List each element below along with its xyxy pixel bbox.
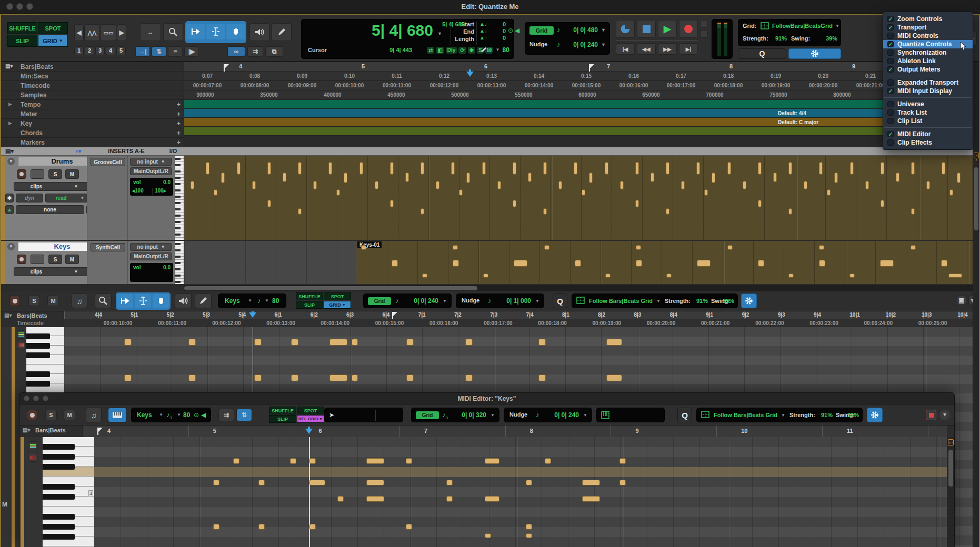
piano-black-key[interactable] — [43, 454, 75, 460]
be-target-button[interactable] — [926, 410, 936, 420]
zoom-out-horizontal-button[interactable]: ◀ — [74, 24, 84, 41]
be-grid-value[interactable]: 0| 0| 320 — [452, 411, 486, 419]
midi-note[interactable] — [543, 162, 547, 175]
markers-ruler[interactable] — [184, 136, 979, 147]
main-counter[interactable]: 5| 4| 680 — [312, 22, 433, 39]
midi-note[interactable] — [526, 524, 532, 530]
midi-note[interactable] — [213, 524, 219, 530]
track-list-icon[interactable]: ▤▾ — [5, 148, 14, 155]
menu-item-quantize-controls[interactable]: ✓Quantize Controls — [883, 40, 973, 48]
midi-zoom-button[interactable]: ▭▭ — [101, 24, 116, 41]
midi-note[interactable] — [881, 200, 884, 207]
midi-note[interactable] — [214, 189, 217, 196]
chevron-down-icon[interactable]: ▼ — [159, 412, 163, 417]
be-playhead-marker[interactable] — [305, 429, 313, 434]
drums-playlist[interactable] — [184, 156, 979, 240]
midi-note[interactable] — [406, 339, 414, 346]
midi-note[interactable] — [406, 524, 412, 530]
chevron-down-icon[interactable]: ▼ — [535, 299, 539, 303]
midi-note[interactable] — [697, 260, 711, 267]
be-note-grid[interactable] — [94, 437, 947, 547]
midi-note[interactable] — [773, 173, 777, 182]
main-v-scroll-thumb[interactable] — [974, 167, 978, 230]
keys-input-selector[interactable]: no input▼ — [130, 243, 172, 251]
midi-note[interactable] — [482, 162, 486, 175]
playhead-marker[interactable] — [466, 72, 474, 77]
midi-note[interactable] — [465, 339, 473, 346]
be-ruler-icon[interactable]: ▤▾ — [23, 427, 30, 433]
be-record-button[interactable] — [27, 410, 37, 420]
pencil-icon[interactable] — [481, 47, 487, 53]
midi-note[interactable] — [545, 458, 551, 464]
timeline-insertion-icon[interactable]: ⇄ — [427, 47, 434, 54]
link-timeline-edit-button[interactable]: ∞ — [227, 46, 245, 57]
midi-note[interactable] — [911, 162, 915, 175]
midi-note[interactable] — [834, 173, 838, 183]
layered-editing-button[interactable]: ⧉ — [265, 46, 283, 57]
be-mode-spot[interactable]: SPOT — [297, 407, 324, 414]
mid-track-selector[interactable]: Keys — [225, 297, 240, 305]
mid-trim-tool[interactable] — [117, 294, 133, 308]
mid-solo-button[interactable]: S — [28, 296, 40, 306]
midi-note[interactable] — [221, 173, 225, 183]
zoomer-tool-button[interactable] — [163, 23, 183, 41]
drums-timebase-icon[interactable]: ▲ — [5, 205, 14, 214]
grid-note-icon[interactable]: ♪3 — [442, 411, 448, 420]
midi-note[interactable] — [485, 533, 491, 538]
ruler-row-min-secs[interactable]: Min:Secs — [1, 72, 184, 81]
midi-note[interactable] — [513, 200, 516, 207]
quantize-settings-button[interactable] — [788, 48, 841, 59]
ruler-row-markers[interactable]: Markers+ — [1, 138, 184, 147]
midi-note[interactable] — [233, 458, 239, 464]
menu-item-universe[interactable]: Universe — [883, 100, 973, 108]
zoom-toggle-button[interactable]: ↔ — [140, 23, 161, 41]
midi-note[interactable] — [390, 200, 394, 207]
midi-note[interactable] — [422, 274, 427, 278]
link-track-edit-button[interactable]: ⇉ — [247, 46, 263, 57]
midi-note[interactable] — [313, 181, 317, 189]
pencil-tool-button[interactable] — [272, 23, 292, 41]
be-v-scroll-thumb[interactable] — [948, 450, 953, 487]
drums-mute-button[interactable]: M — [65, 169, 79, 179]
midi-note[interactable] — [538, 339, 546, 346]
be-mute-button[interactable]: M — [64, 410, 75, 420]
quantize-grid-value[interactable]: FollowBars|BeatsGrid — [772, 23, 833, 29]
drums-output-selector[interactable]: MainOutptL/R — [130, 167, 172, 175]
return-to-zero-button[interactable]: |◀ — [616, 43, 635, 55]
loop-playback-icon[interactable]: ⟳ — [458, 47, 466, 54]
midi-note[interactable] — [254, 339, 262, 346]
chevron-down-icon[interactable]: ▼ — [248, 298, 252, 303]
mid-notes-view-button[interactable] — [17, 330, 26, 339]
chevron-down-icon[interactable]: ▼ — [491, 413, 495, 418]
chevron-down-icon[interactable]: ▼ — [177, 412, 181, 417]
note-value-icon[interactable]: ♪ — [489, 46, 493, 54]
midi-note[interactable] — [124, 374, 132, 381]
swing-value[interactable]: 39% — [826, 35, 837, 42]
be-mode-slip[interactable]: SLIP — [269, 415, 296, 423]
piano-black-key[interactable] — [43, 444, 75, 450]
drums-color-strip[interactable] — [1, 156, 5, 240]
midi-note[interactable] — [636, 260, 642, 267]
nudge-value[interactable]: 0| 0| 240 — [563, 41, 598, 48]
midi-merge-icon[interactable]: ◀ — [515, 27, 519, 34]
midi-note[interactable] — [788, 162, 792, 175]
main-counter-selector-icon[interactable]: ▼ — [437, 31, 442, 36]
menu-item-clip-list[interactable]: Clip List — [883, 117, 973, 125]
menu-item-ableton-link[interactable]: Ableton Link — [883, 57, 973, 65]
mid-editor-target-button[interactable]: ▣ — [957, 296, 966, 305]
midi-note[interactable] — [666, 274, 672, 278]
nudge-note-icon[interactable]: ♪ — [557, 40, 561, 48]
midi-note[interactable] — [191, 181, 194, 189]
midi-editor-titlebar[interactable]: MIDI Editor: "Keys" — [19, 393, 954, 404]
mid-mode-spot[interactable]: SPOT — [324, 292, 351, 300]
piano-black-key[interactable] — [26, 381, 50, 387]
midi-note[interactable] — [544, 245, 549, 250]
mid-nudge-value[interactable]: 0| 1| 000 — [496, 297, 531, 305]
be-quantize-q-button[interactable]: Q — [677, 408, 692, 422]
metronome-icon[interactable]: ⊙ — [194, 411, 199, 419]
be-notes-view-button[interactable] — [28, 441, 37, 450]
mid-follow-grid[interactable]: Follow Bars|Beats Grid — [589, 298, 653, 304]
ruler-row-key[interactable]: ▶Key+ — [1, 119, 184, 128]
add-event-button[interactable]: + — [177, 129, 181, 137]
midi-note[interactable] — [459, 189, 463, 196]
